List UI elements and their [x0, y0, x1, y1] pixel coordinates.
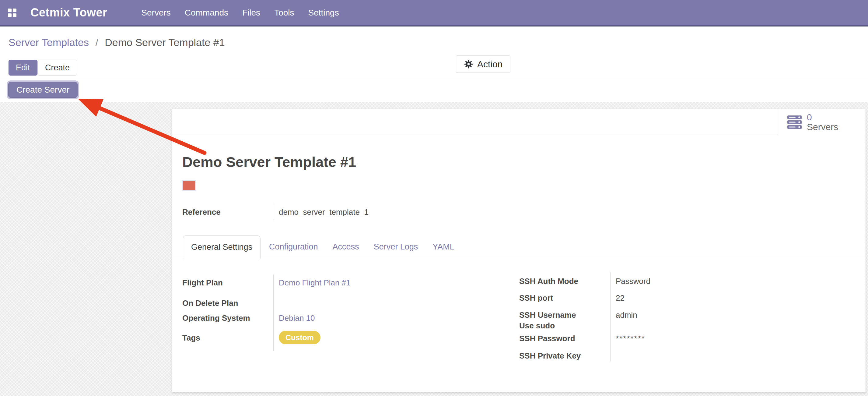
brand-title[interactable]: Cetmix Tower [30, 6, 107, 19]
nav-item-tools[interactable]: Tools [274, 8, 294, 18]
tab-general-settings[interactable]: General Settings [183, 235, 260, 259]
create-button[interactable]: Create [37, 60, 77, 76]
ssh-port-label: SSH port [519, 293, 553, 303]
breadcrumb-separator: / [95, 36, 98, 48]
tab-access[interactable]: Access [333, 242, 359, 252]
edit-button[interactable]: Edit [8, 60, 37, 76]
ssh-password-value: ******** [616, 334, 645, 343]
card-status-bar: 0 Servers [172, 109, 866, 135]
gear-icon [464, 59, 473, 69]
ssh-username-label: SSH Username [519, 310, 576, 320]
servers-icon [787, 115, 802, 129]
reference-divider [274, 203, 274, 220]
field-row-ssh-username: SSH Username admin [172, 310, 866, 321]
action-button-label: Action [477, 59, 502, 69]
breadcrumb-current: Demo Server Template #1 [105, 36, 225, 48]
tab-configuration[interactable]: Configuration [269, 242, 318, 252]
servers-label: Servers [807, 122, 838, 132]
ssh-auth-mode-value: Password [616, 277, 650, 286]
tab-bar: General Settings Configuration Access Se… [172, 235, 866, 258]
server-template-card: 0 Servers Demo Server Template #1 Refere… [172, 109, 866, 392]
field-row-ssh-private-key: SSH Private Key [172, 351, 866, 362]
tab-server-logs[interactable]: Server Logs [374, 242, 418, 252]
page: { "nav": { "brand": "Cetmix Tower", "ite… [0, 0, 868, 396]
page-title: Demo Server Template #1 [182, 153, 356, 170]
ssh-password-label: SSH Password [519, 334, 575, 343]
servers-stat-text: 0 Servers [807, 112, 838, 132]
action-button[interactable]: Action [456, 55, 510, 73]
ssh-auth-mode-label: SSH Auth Mode [519, 277, 578, 286]
reference-value: demo_server_template_1 [279, 207, 369, 217]
breadcrumb-parent-link[interactable]: Server Templates [8, 36, 89, 48]
ssh-username-value: admin [616, 310, 637, 320]
ssh-private-key-label: SSH Private Key [519, 351, 581, 361]
field-row-use-sudo: Use sudo [172, 321, 866, 332]
nav-item-files[interactable]: Files [242, 8, 260, 18]
color-swatch [182, 180, 196, 191]
reference-row: Reference demo_server_template_1 [172, 207, 866, 220]
nav-item-servers[interactable]: Servers [141, 8, 170, 18]
apps-grid-icon[interactable] [8, 8, 17, 17]
nav-menu: Servers Commands Files Tools Settings [141, 8, 339, 18]
breadcrumb: Server Templates / Demo Server Template … [8, 36, 225, 49]
use-sudo-label: Use sudo [519, 321, 555, 331]
tab-list: Configuration Access Server Logs YAML [269, 235, 455, 258]
field-row-ssh-auth-mode: SSH Auth Mode Password [172, 277, 866, 288]
field-row-ssh-password: SSH Password ******** [172, 334, 866, 345]
top-nav: Cetmix Tower Servers Commands Files Tool… [0, 0, 868, 27]
servers-count: 0 [807, 112, 838, 122]
nav-item-settings[interactable]: Settings [308, 8, 339, 18]
ssh-port-value: 22 [616, 293, 624, 303]
create-server-button[interactable]: Create Server [8, 82, 78, 98]
field-row-ssh-port: SSH port 22 [172, 293, 866, 304]
tab-yaml[interactable]: YAML [432, 242, 455, 252]
servers-stat-button[interactable]: 0 Servers [778, 109, 866, 135]
toolbar-divider [0, 80, 868, 80]
reference-label: Reference [182, 207, 221, 217]
nav-item-commands[interactable]: Commands [185, 8, 228, 18]
